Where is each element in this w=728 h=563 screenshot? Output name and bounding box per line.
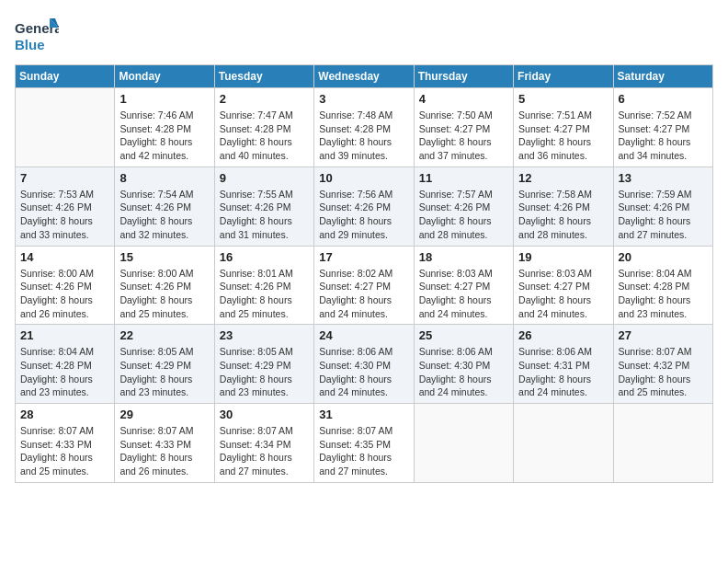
header-tuesday: Tuesday: [214, 65, 313, 88]
sunrise-text: Sunrise: 8:04 AM: [619, 267, 708, 281]
sunset-text: Sunset: 4:28 PM: [119, 122, 209, 136]
sunrise-text: Sunrise: 7:50 AM: [419, 109, 508, 122]
day-info: Sunrise: 7:52 AMSunset: 4:27 PMDaylight:…: [619, 109, 708, 163]
header-sunday: Sunday: [16, 65, 115, 88]
sunrise-text: Sunrise: 8:07 AM: [319, 424, 408, 438]
daylight-text: Daylight: 8 hours and 26 minutes.: [119, 451, 209, 477]
sunrise-text: Sunrise: 7:47 AM: [220, 109, 309, 122]
week-row-5: 28Sunrise: 8:07 AMSunset: 4:33 PMDayligh…: [16, 404, 713, 483]
sunrise-text: Sunrise: 8:01 AM: [220, 267, 309, 281]
sunset-text: Sunset: 4:28 PM: [619, 280, 708, 293]
calendar-cell: 20Sunrise: 8:04 AMSunset: 4:28 PMDayligh…: [613, 246, 712, 325]
sunset-text: Sunset: 4:26 PM: [419, 201, 508, 214]
sunset-text: Sunset: 4:29 PM: [119, 359, 209, 373]
sunset-text: Sunset: 4:26 PM: [220, 201, 309, 214]
sunset-text: Sunset: 4:31 PM: [518, 359, 608, 373]
sunset-text: Sunset: 4:26 PM: [20, 280, 109, 293]
sunrise-text: Sunrise: 8:05 AM: [220, 345, 309, 359]
day-info: Sunrise: 8:07 AMSunset: 4:35 PMDaylight:…: [319, 424, 408, 478]
header-thursday: Thursday: [414, 65, 513, 88]
calendar-cell: 22Sunrise: 8:05 AMSunset: 4:29 PMDayligh…: [115, 325, 214, 404]
day-number: 5: [518, 92, 608, 106]
sunrise-text: Sunrise: 8:00 AM: [20, 267, 109, 281]
daylight-text: Daylight: 8 hours and 25 minutes.: [220, 293, 309, 320]
calendar-cell: 25Sunrise: 8:06 AMSunset: 4:30 PMDayligh…: [414, 325, 513, 404]
calendar-cell: 7Sunrise: 7:53 AMSunset: 4:26 PMDaylight…: [16, 167, 115, 246]
calendar-cell: 6Sunrise: 7:52 AMSunset: 4:27 PMDaylight…: [613, 88, 712, 167]
daylight-text: Daylight: 8 hours and 24 minutes.: [319, 293, 408, 320]
day-info: Sunrise: 8:03 AMSunset: 4:27 PMDaylight:…: [419, 267, 508, 321]
calendar-body: 1Sunrise: 7:46 AMSunset: 4:28 PMDaylight…: [16, 88, 713, 483]
day-number: 10: [319, 171, 408, 185]
sunrise-text: Sunrise: 7:57 AM: [419, 188, 508, 201]
daylight-text: Daylight: 8 hours and 29 minutes.: [319, 214, 408, 241]
day-info: Sunrise: 7:46 AMSunset: 4:28 PMDaylight:…: [119, 109, 209, 163]
calendar-cell: 9Sunrise: 7:55 AMSunset: 4:26 PMDaylight…: [214, 167, 313, 246]
day-number: 13: [619, 171, 708, 185]
daylight-text: Daylight: 8 hours and 34 minutes.: [619, 135, 708, 162]
daylight-text: Daylight: 8 hours and 24 minutes.: [518, 373, 608, 399]
day-number: 3: [319, 92, 408, 106]
calendar-cell: 12Sunrise: 7:58 AMSunset: 4:26 PMDayligh…: [514, 167, 613, 246]
sunset-text: Sunset: 4:26 PM: [319, 201, 408, 214]
sunrise-text: Sunrise: 8:06 AM: [518, 345, 608, 359]
day-number: 24: [319, 328, 408, 342]
sunset-text: Sunset: 4:26 PM: [518, 201, 608, 214]
daylight-text: Daylight: 8 hours and 25 minutes.: [119, 293, 209, 320]
day-info: Sunrise: 8:04 AMSunset: 4:28 PMDaylight:…: [20, 345, 109, 399]
day-number: 18: [419, 250, 508, 264]
day-info: Sunrise: 7:51 AMSunset: 4:27 PMDaylight:…: [518, 109, 608, 163]
sunset-text: Sunset: 4:27 PM: [419, 122, 508, 136]
week-row-3: 14Sunrise: 8:00 AMSunset: 4:26 PMDayligh…: [16, 246, 713, 325]
daylight-text: Daylight: 8 hours and 32 minutes.: [119, 214, 209, 241]
day-info: Sunrise: 7:59 AMSunset: 4:26 PMDaylight:…: [619, 188, 708, 242]
week-row-1: 1Sunrise: 7:46 AMSunset: 4:28 PMDaylight…: [16, 88, 713, 167]
daylight-text: Daylight: 8 hours and 37 minutes.: [419, 135, 508, 162]
calendar-cell: 21Sunrise: 8:04 AMSunset: 4:28 PMDayligh…: [16, 325, 115, 404]
day-info: Sunrise: 8:00 AMSunset: 4:26 PMDaylight:…: [119, 267, 209, 321]
sunset-text: Sunset: 4:33 PM: [20, 438, 109, 452]
calendar-cell: [16, 88, 115, 167]
day-number: 23: [220, 328, 309, 342]
day-number: 6: [619, 92, 708, 106]
day-number: 17: [319, 250, 408, 264]
day-info: Sunrise: 8:04 AMSunset: 4:28 PMDaylight:…: [619, 267, 708, 321]
day-number: 31: [319, 408, 408, 421]
day-info: Sunrise: 7:57 AMSunset: 4:26 PMDaylight:…: [419, 188, 508, 242]
day-number: 4: [419, 92, 508, 106]
daylight-text: Daylight: 8 hours and 33 minutes.: [20, 214, 109, 241]
day-number: 15: [119, 250, 209, 264]
sunset-text: Sunset: 4:26 PM: [20, 201, 109, 214]
daylight-text: Daylight: 8 hours and 26 minutes.: [20, 293, 109, 320]
daylight-text: Daylight: 8 hours and 31 minutes.: [220, 214, 309, 241]
sunset-text: Sunset: 4:26 PM: [619, 201, 708, 214]
calendar-cell: [514, 404, 613, 483]
day-number: 14: [20, 250, 109, 264]
header-wednesday: Wednesday: [314, 65, 414, 88]
sunrise-text: Sunrise: 8:03 AM: [419, 267, 508, 281]
day-number: 21: [20, 328, 109, 342]
sunset-text: Sunset: 4:27 PM: [319, 280, 408, 293]
calendar-cell: 1Sunrise: 7:46 AMSunset: 4:28 PMDaylight…: [115, 88, 214, 167]
day-number: 29: [119, 408, 209, 421]
daylight-text: Daylight: 8 hours and 27 minutes.: [619, 214, 708, 241]
logo: GeneralBlue: [15, 15, 59, 55]
day-number: 7: [20, 171, 109, 185]
daylight-text: Daylight: 8 hours and 40 minutes.: [220, 135, 309, 162]
daylight-text: Daylight: 8 hours and 42 minutes.: [119, 135, 209, 162]
day-info: Sunrise: 8:06 AMSunset: 4:31 PMDaylight:…: [518, 345, 608, 399]
calendar-cell: 3Sunrise: 7:48 AMSunset: 4:28 PMDaylight…: [314, 88, 414, 167]
sunrise-text: Sunrise: 8:06 AM: [319, 345, 408, 359]
calendar-cell: 8Sunrise: 7:54 AMSunset: 4:26 PMDaylight…: [115, 167, 214, 246]
day-number: 2: [220, 92, 309, 106]
day-info: Sunrise: 8:03 AMSunset: 4:27 PMDaylight:…: [518, 267, 608, 321]
daylight-text: Daylight: 8 hours and 27 minutes.: [220, 451, 309, 477]
day-number: 25: [419, 328, 508, 342]
daylight-text: Daylight: 8 hours and 39 minutes.: [319, 135, 408, 162]
daylight-text: Daylight: 8 hours and 36 minutes.: [518, 135, 608, 162]
calendar-cell: 31Sunrise: 8:07 AMSunset: 4:35 PMDayligh…: [314, 404, 414, 483]
calendar-cell: [414, 404, 513, 483]
calendar-cell: 16Sunrise: 8:01 AMSunset: 4:26 PMDayligh…: [214, 246, 313, 325]
calendar-cell: 28Sunrise: 8:07 AMSunset: 4:33 PMDayligh…: [16, 404, 115, 483]
calendar-cell: 30Sunrise: 8:07 AMSunset: 4:34 PMDayligh…: [214, 404, 313, 483]
